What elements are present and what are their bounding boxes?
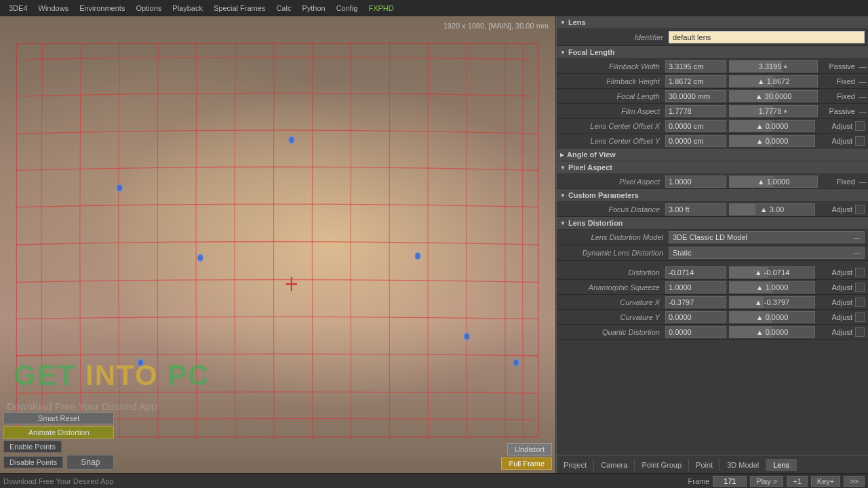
quartic-slider[interactable]: ▲ 0.0000: [729, 326, 815, 338]
lens-center-x-value[interactable]: 0.0000 cm: [665, 120, 726, 132]
distortion-row: Distortion -0.0714 ▲ -0.0714 Adjust: [557, 265, 868, 280]
anamorphic-slider[interactable]: ▲ 1.0000: [729, 281, 815, 293]
focal-length-mode: Fixed: [821, 92, 858, 100]
undistort-button[interactable]: Undistort: [507, 443, 552, 455]
pixel-aspect-value[interactable]: 1.0000: [665, 176, 726, 188]
focus-distance-value[interactable]: 3.00 ft: [665, 203, 726, 216]
panel-tab-3d-model[interactable]: 3D Model: [720, 459, 766, 471]
angle-of-view-header[interactable]: ▶ Angle of View: [557, 148, 868, 161]
disable-points-button[interactable]: Disable Points: [3, 456, 63, 468]
key-button[interactable]: Key+: [811, 476, 840, 487]
anamorphic-value[interactable]: 1.0000: [665, 281, 726, 293]
focal-length-section-header[interactable]: ▼ Focal Length: [557, 46, 868, 59]
focus-distance-slider[interactable]: ▲ 3.00: [729, 203, 815, 216]
play-button[interactable]: Play >: [750, 476, 783, 487]
dynamic-distortion-dropdown[interactable]: Static —: [669, 247, 865, 259]
focus-distance-label: Focus Distance: [557, 205, 665, 214]
pixel-aspect-section-header[interactable]: ▼ Pixel Aspect: [557, 161, 868, 174]
curvature-x-slider[interactable]: ▲ -0.3797: [729, 296, 815, 308]
filmback-height-slider[interactable]: ▲ 1.8672: [729, 75, 818, 87]
menubar: 3DE4 Windows Environments Options Playba…: [0, 0, 868, 16]
film-aspect-value[interactable]: 1.7778: [665, 105, 726, 117]
plus1-button[interactable]: +1: [787, 476, 808, 487]
menu-fxphd[interactable]: FXPHD: [363, 3, 399, 14]
film-aspect-slider[interactable]: 1.7778▲: [729, 105, 818, 117]
identifier-row: Identifier: [557, 29, 868, 46]
lens-center-y-slider[interactable]: ▲ 0.0000: [729, 135, 815, 147]
lens-center-y-label: Lens Center Offset Y: [557, 137, 665, 145]
distortion-value[interactable]: -0.0714: [665, 266, 726, 279]
identifier-input[interactable]: [669, 31, 865, 43]
curvature-y-slider[interactable]: ▲ 0.0000: [729, 311, 815, 323]
menu-config[interactable]: Config: [331, 3, 363, 14]
curvature-x-value[interactable]: -0.3797: [665, 296, 726, 308]
custom-params-header[interactable]: ▼ Custom Parameters: [557, 189, 868, 202]
pixel-aspect-mode: Fixed: [821, 178, 858, 186]
lens-center-x-slider[interactable]: ▲ 0.0000: [729, 120, 815, 132]
curvature-y-checkbox[interactable]: [855, 312, 865, 322]
forward-button[interactable]: >>: [844, 476, 865, 487]
content-row: 1920 x 1080, [MAIN], 30.00 mm GET INTO P…: [0, 16, 868, 473]
viewport-info-text: 1920 x 1080, [MAIN], 30.00 mm: [443, 22, 549, 30]
focal-length-row: Focal Length 30.0000 mm ▲ 30.0000 Fixed …: [557, 89, 868, 104]
quartic-mode: Adjust: [818, 328, 855, 336]
panel-tab-project[interactable]: Project: [557, 459, 594, 471]
filmback-height-label: Filmback Height: [557, 77, 665, 85]
menu-calc[interactable]: Calc: [271, 3, 296, 14]
filmback-height-row: Filmback Height 1.8672 cm ▲ 1.8672 Fixed…: [557, 74, 868, 89]
frame-input[interactable]: [713, 476, 747, 487]
filmback-width-dash: —: [858, 62, 868, 70]
lens-center-y-mode: Adjust: [818, 137, 855, 145]
identifier-label: Identifier: [560, 33, 669, 41]
lens-collapse-icon: ▼: [560, 20, 566, 26]
curvature-y-label: Curvature Y: [557, 313, 665, 321]
lens-distortion-header[interactable]: ▼ Lens Distortion: [557, 217, 868, 230]
quartic-value[interactable]: 0.0000: [665, 326, 726, 338]
enable-points-button[interactable]: Enable Points: [3, 441, 62, 453]
focus-distance-checkbox[interactable]: [855, 205, 865, 214]
filmback-width-slider[interactable]: 3.3195▲: [729, 60, 818, 73]
lens-center-x-mode: Adjust: [818, 122, 855, 130]
curvature-x-checkbox[interactable]: [855, 298, 865, 307]
pixel-aspect-slider[interactable]: ▲ 1.0000: [729, 176, 818, 188]
panel-tab-point-group[interactable]: Point Group: [635, 459, 689, 471]
distortion-model-label: Lens Distortion Model: [560, 233, 669, 241]
menu-options[interactable]: Options: [130, 3, 167, 14]
focal-length-value[interactable]: 30.0000 mm: [665, 90, 726, 102]
panel-tab-lens[interactable]: Lens: [766, 459, 797, 471]
distortion-model-dropdown[interactable]: 3DE Classic LD Model —: [669, 231, 865, 243]
quartic-checkbox[interactable]: [855, 327, 865, 337]
lens-center-x-checkbox[interactable]: [855, 121, 865, 131]
filmback-width-value[interactable]: 3.3195 cm: [665, 60, 726, 73]
panel-tab-camera[interactable]: Camera: [594, 459, 635, 471]
film-aspect-row: Film Aspect 1.7778 1.7778▲ Passive —: [557, 104, 868, 119]
lens-center-y-checkbox[interactable]: [855, 136, 865, 146]
panel-tab-point[interactable]: Point: [689, 459, 720, 471]
status-left-text: Download Free Your Desired App: [3, 477, 114, 485]
menu-python[interactable]: Python: [296, 3, 330, 14]
distortion-model-row: Lens Distortion Model 3DE Classic LD Mod…: [557, 230, 868, 245]
snap-button[interactable]: Snap: [66, 455, 114, 470]
dynamic-distortion-label: Dynamic Lens Distortion: [560, 249, 669, 257]
full-frame-button[interactable]: Full Frame: [501, 458, 552, 470]
distortion-slider[interactable]: ▲ -0.0714: [729, 266, 815, 279]
focal-length-slider[interactable]: ▲ 30.0000: [729, 90, 818, 102]
lens-center-y-value[interactable]: 0.0000 cm: [665, 135, 726, 147]
pixel-aspect-dash: —: [858, 178, 868, 186]
menu-playback[interactable]: Playback: [167, 3, 208, 14]
smart-reset-button[interactable]: Smart Reset: [3, 412, 114, 424]
lens-section-header[interactable]: ▼ Lens: [557, 16, 868, 29]
menu-3de4[interactable]: 3DE4: [3, 3, 33, 14]
menu-special-frames[interactable]: Special Frames: [208, 3, 271, 14]
distortion-checkbox[interactable]: [855, 268, 865, 277]
status-bar: Download Free Your Desired App Frame Pla…: [0, 473, 868, 488]
anamorphic-checkbox[interactable]: [855, 283, 865, 292]
animate-distortion-button[interactable]: Animate Distortion: [3, 426, 114, 439]
menu-environments[interactable]: Environments: [74, 3, 130, 14]
filmback-height-value[interactable]: 1.8672 cm: [665, 75, 726, 87]
menu-windows[interactable]: Windows: [33, 3, 75, 14]
pixel-aspect-collapse-icon: ▼: [560, 165, 566, 171]
filmback-width-row: Filmback Width 3.3195 cm 3.3195▲ Passive…: [557, 59, 868, 74]
curvature-y-value[interactable]: 0.0000: [665, 311, 726, 323]
anamorphic-label: Anamorphic Squeeze: [557, 283, 665, 291]
